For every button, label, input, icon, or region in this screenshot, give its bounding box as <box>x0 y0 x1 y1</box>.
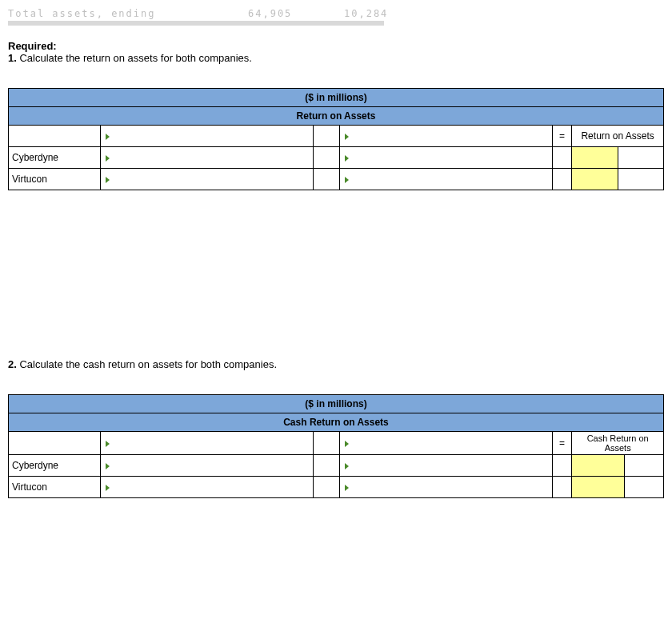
blank-eq-cell <box>552 477 572 498</box>
result-header: Return on Assets <box>572 126 664 147</box>
dropdown-icon <box>106 155 110 162</box>
dropdown-icon <box>106 177 110 183</box>
dropdown-icon <box>345 177 349 183</box>
table-row: Cyberdyne <box>9 147 664 169</box>
slash-cell <box>313 126 339 147</box>
required-block-2: 2. Calculate the cash return on assets f… <box>8 358 664 370</box>
dropdown-icon <box>106 485 110 491</box>
units-header: ($ in millions) <box>9 89 664 107</box>
table-row: Virtucon <box>9 477 664 498</box>
dropdown-icon <box>345 463 349 469</box>
result-suffix <box>618 147 663 169</box>
required-block-1: Required: 1. Calculate the return on ass… <box>8 40 664 64</box>
div-cell <box>313 477 339 498</box>
required-heading: Required: <box>8 40 57 52</box>
return-on-assets-table: ($ in millions) Return on Assets = Retur… <box>8 88 664 190</box>
numerator-input[interactable] <box>100 169 313 190</box>
company-label: Virtucon <box>9 477 101 498</box>
dropdown-icon <box>106 463 110 469</box>
formula-row: = Cash Return on Assets <box>9 432 664 455</box>
div-cell <box>313 169 339 190</box>
dropdown-icon <box>106 441 110 447</box>
denominator-input[interactable] <box>339 455 552 477</box>
blank-cell <box>9 432 101 455</box>
blank-eq-cell <box>552 169 572 190</box>
company-label: Cyberdyne <box>9 147 101 169</box>
cutoff-val1: 64,905 <box>248 8 344 19</box>
numerator-input[interactable] <box>100 147 313 169</box>
cutoff-label: Total assets, ending <box>8 8 248 19</box>
equals-cell: = <box>552 126 572 147</box>
numerator-header-cell[interactable] <box>100 126 313 147</box>
result-suffix <box>618 169 663 190</box>
company-label: Cyberdyne <box>9 455 101 477</box>
numerator-header-cell[interactable] <box>100 432 313 455</box>
blank-eq-cell <box>552 147 572 169</box>
company-label: Virtucon <box>9 169 101 190</box>
dropdown-icon <box>345 441 349 447</box>
denominator-header-cell[interactable] <box>339 432 552 455</box>
dropdown-icon <box>345 155 349 162</box>
blank-eq-cell <box>552 455 572 477</box>
denominator-input[interactable] <box>339 477 552 498</box>
question-text-2: Calculate the cash return on assets for … <box>19 358 277 370</box>
result-input[interactable] <box>572 169 618 190</box>
div-cell <box>313 455 339 477</box>
question-number-2: 2. <box>8 358 17 370</box>
div-cell <box>313 147 339 169</box>
slash-cell <box>313 432 339 455</box>
numerator-input[interactable] <box>100 455 313 477</box>
result-input[interactable] <box>572 477 625 498</box>
result-input[interactable] <box>572 147 618 169</box>
result-header: Cash Return on Assets <box>572 432 664 455</box>
dropdown-icon <box>106 134 110 140</box>
cash-return-on-assets-table: ($ in millions) Cash Return on Assets = … <box>8 394 664 498</box>
table-row: Cyberdyne <box>9 455 664 477</box>
cutoff-val2: 10,284 <box>344 8 440 19</box>
denominator-header-cell[interactable] <box>339 126 552 147</box>
equals-cell: = <box>552 432 572 455</box>
blank-cell <box>9 126 101 147</box>
table-row: Virtucon <box>9 169 664 190</box>
title-header: Return on Assets <box>9 107 664 126</box>
dropdown-icon <box>345 134 349 140</box>
formula-row: = Return on Assets <box>9 126 664 147</box>
cutoff-data-row: Total assets, ending 64,905 10,284 <box>8 8 664 19</box>
scrollbar-fragment <box>8 21 384 26</box>
numerator-input[interactable] <box>100 477 313 498</box>
title-header: Cash Return on Assets <box>9 413 664 432</box>
result-input[interactable] <box>572 455 625 477</box>
question-number-1: 1. <box>8 52 17 64</box>
units-header: ($ in millions) <box>9 395 664 413</box>
question-text-1: Calculate the return on assets for both … <box>19 52 252 64</box>
denominator-input[interactable] <box>339 147 552 169</box>
denominator-input[interactable] <box>339 169 552 190</box>
result-suffix <box>624 477 663 498</box>
dropdown-icon <box>345 485 349 491</box>
result-suffix <box>624 455 663 477</box>
